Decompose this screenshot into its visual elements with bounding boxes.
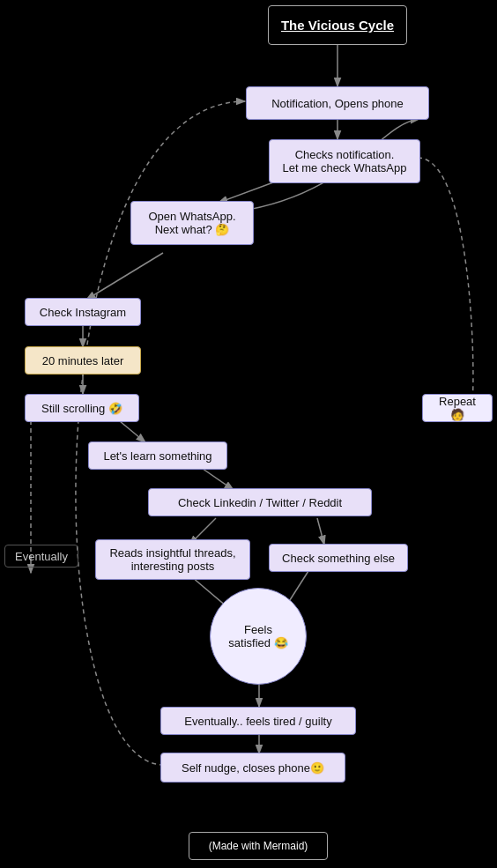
feels-satisfied-node: Feels satisfied 😂	[210, 588, 307, 685]
eventually-label: Eventually	[4, 545, 78, 568]
check-something-node: Check something else	[269, 544, 408, 572]
repeat-node: Repeat 🧑	[422, 394, 493, 422]
still-scrolling-node: Still scrolling 🤣	[25, 394, 139, 422]
check-instagram-node: Check Instagram	[25, 298, 141, 326]
eventually-tired-node: Eventually.. feels tired / guilty	[160, 707, 356, 735]
open-whatsapp-node: Open WhatsApp. Next what? 🤔	[130, 201, 254, 245]
title-node: The Vicious Cycle	[268, 5, 407, 45]
check-linkedin-node: Check Linkedin / Twitter / Reddit	[148, 488, 372, 516]
twenty-min-node: 20 minutes later	[25, 346, 141, 375]
checks-node: Checks notification. Let me check WhatsA…	[269, 139, 420, 183]
self-nudge-node: Self nudge, closes phone🙂	[160, 753, 345, 783]
reads-insightful-node: Reads insightful threads, interesting po…	[95, 539, 250, 580]
made-with-node: (Made with Mermaid)	[189, 832, 328, 860]
notification-node: Notification, Opens phone	[246, 86, 429, 120]
lets-learn-node: Let's learn something	[88, 441, 227, 470]
